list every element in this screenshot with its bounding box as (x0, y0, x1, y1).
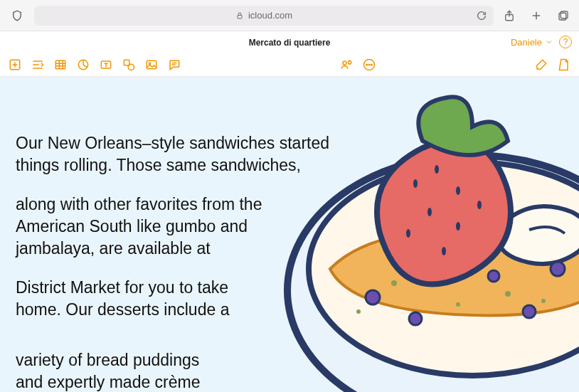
dessert-illustration (245, 77, 579, 392)
table-button[interactable] (53, 57, 68, 73)
svg-point-9 (128, 64, 134, 70)
url-host-text: icloud.com (248, 10, 292, 21)
svg-rect-2 (561, 11, 568, 18)
svg-point-36 (541, 299, 546, 303)
app-header: Mercato di quartiere Daniele ? (0, 31, 579, 53)
svg-point-35 (505, 291, 511, 297)
new-tab-button[interactable] (528, 7, 545, 24)
svg-point-13 (349, 60, 351, 63)
document-title: Mercato di quartiere (0, 38, 579, 48)
user-name-label: Daniele (511, 37, 542, 48)
svg-point-16 (368, 64, 370, 65)
share-button[interactable] (501, 7, 518, 24)
svg-point-23 (427, 208, 432, 216)
svg-rect-10 (147, 60, 156, 69)
shape-button[interactable] (121, 57, 137, 73)
indent-button[interactable] (30, 57, 46, 73)
browser-right-controls (501, 7, 572, 24)
reload-button[interactable] (475, 9, 488, 22)
svg-point-34 (456, 302, 460, 307)
paragraph: variety of bread puddings and expertly m… (16, 349, 229, 392)
svg-point-25 (477, 201, 482, 209)
svg-point-21 (435, 165, 439, 174)
more-button[interactable] (361, 57, 377, 73)
svg-point-12 (343, 61, 346, 65)
help-button[interactable]: ? (559, 36, 572, 48)
svg-rect-5 (55, 60, 65, 69)
browser-address-bar: icloud.com (0, 0, 579, 31)
paragraph: along with other favorites from the Amer… (16, 194, 272, 260)
chevron-down-icon (545, 38, 553, 46)
collaborate-button[interactable] (339, 57, 354, 73)
toolbar (0, 53, 579, 77)
document-canvas[interactable]: Our New Orleans–style sandwiches started… (0, 77, 579, 392)
svg-rect-3 (559, 13, 566, 20)
svg-point-27 (442, 247, 446, 255)
svg-point-29 (409, 312, 422, 325)
user-menu-button[interactable]: Daniele (511, 37, 553, 48)
privacy-shield-button[interactable] (7, 6, 27, 26)
svg-point-17 (371, 64, 373, 65)
svg-point-20 (413, 179, 418, 188)
url-center: icloud.com (235, 10, 292, 21)
svg-point-32 (488, 270, 499, 282)
url-field[interactable]: icloud.com (34, 6, 494, 26)
svg-point-37 (356, 309, 361, 314)
svg-point-26 (406, 229, 410, 238)
svg-point-22 (456, 186, 460, 195)
chart-button[interactable] (75, 57, 91, 73)
svg-rect-8 (124, 60, 129, 65)
lock-icon (235, 11, 244, 20)
svg-point-30 (523, 305, 536, 318)
svg-point-28 (366, 290, 380, 304)
svg-point-24 (456, 222, 460, 231)
svg-point-33 (391, 280, 397, 286)
svg-point-15 (366, 64, 368, 65)
paragraph: District Market for you to take home. Ou… (16, 277, 243, 321)
svg-point-31 (551, 262, 565, 276)
comment-button[interactable] (166, 57, 182, 73)
svg-rect-0 (238, 15, 242, 18)
tabs-overview-button[interactable] (555, 7, 572, 24)
textbox-button[interactable] (98, 57, 114, 73)
image-button[interactable] (144, 57, 159, 73)
add-button[interactable] (7, 57, 23, 73)
format-brush-button[interactable] (533, 57, 549, 73)
document-settings-button[interactable] (556, 57, 572, 73)
